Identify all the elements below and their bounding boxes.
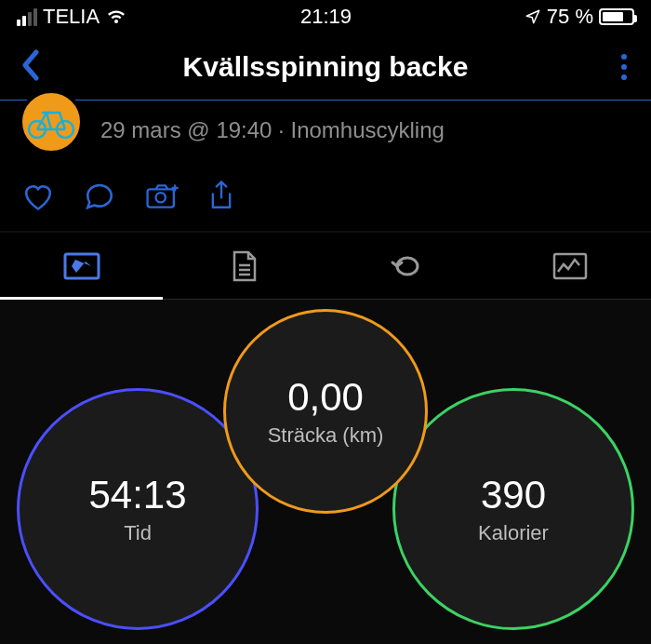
back-button[interactable] (13, 42, 48, 92)
status-left: TELIA (17, 5, 127, 29)
more-menu-button[interactable] (614, 47, 634, 87)
svg-point-3 (156, 193, 166, 202)
activity-avatar[interactable] (19, 89, 84, 154)
svg-rect-4 (65, 254, 99, 278)
metric-time-value: 54:13 (88, 473, 186, 517)
tab-laps[interactable] (326, 233, 488, 299)
tab-bar (0, 233, 651, 300)
tab-details[interactable] (163, 233, 326, 299)
tab-charts[interactable] (488, 233, 651, 299)
clock: 21:19 (300, 5, 352, 29)
metric-distance[interactable]: 0,00 Sträcka (km) (223, 309, 428, 514)
metrics-panel: 54:13 Tid 390 Kalorier 0,00 Sträcka (km) (0, 300, 651, 644)
signal-icon (17, 8, 37, 26)
metric-calories-value: 390 (481, 473, 546, 517)
status-bar: TELIA 21:19 75 % (0, 0, 651, 34)
activity-meta: 29 mars @ 19:40 · Inomhuscykling (100, 117, 445, 143)
page-title: Kvällsspinning backe (0, 51, 651, 83)
metric-time[interactable]: 54:13 Tid (17, 388, 259, 630)
action-row (0, 173, 651, 233)
tab-overview[interactable] (0, 233, 163, 299)
like-button[interactable] (22, 182, 54, 210)
photo-button[interactable] (145, 182, 179, 210)
metric-distance-label: Sträcka (km) (268, 423, 384, 448)
status-right: 75 % (525, 5, 634, 29)
wifi-icon (105, 8, 127, 25)
comment-button[interactable] (84, 182, 115, 210)
activity-header: 29 mars @ 19:40 · Inomhuscykling (0, 101, 651, 173)
metric-distance-value: 0,00 (287, 375, 364, 420)
share-button[interactable] (208, 181, 234, 212)
metric-time-label: Tid (124, 521, 152, 545)
metric-calories[interactable]: 390 Kalorier (392, 388, 634, 630)
metric-calories-label: Kalorier (478, 521, 549, 545)
battery-icon (599, 8, 634, 25)
carrier-label: TELIA (43, 5, 100, 29)
location-icon (525, 8, 541, 25)
battery-percent: 75 % (547, 5, 593, 29)
nav-bar: Kvällsspinning backe (0, 34, 651, 101)
